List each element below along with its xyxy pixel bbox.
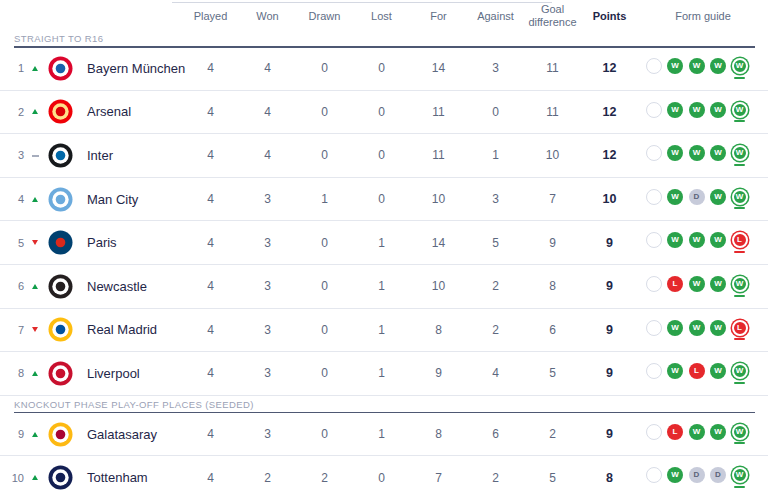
position-number: 4 [8, 193, 24, 205]
upcoming-match-icon [646, 145, 662, 161]
team-cell: 8Liverpool [0, 361, 182, 386]
latest-match-underline [713, 442, 724, 444]
stat-drawn: 0 [296, 148, 353, 162]
table-row[interactable]: 5Paris430114599WWWL [0, 221, 768, 265]
form-guide: WLWW [638, 363, 768, 384]
stat-for: 10 [410, 279, 467, 293]
latest-match-underline [670, 164, 681, 166]
team-name[interactable]: Real Madrid [87, 322, 157, 337]
form-slot-upcoming [644, 102, 663, 123]
form-result-icon: W [710, 424, 726, 440]
form-result-icon: W [710, 363, 726, 379]
team-crest-icon [48, 143, 73, 168]
latest-match-underline [648, 338, 659, 340]
latest-match-underline [734, 251, 745, 253]
form-result-l: L [666, 276, 685, 297]
table-row[interactable]: 9Galatasaray43018629LWWW [0, 413, 768, 457]
form-result-w: W [709, 320, 728, 341]
form-result-w: W [687, 320, 706, 341]
team-crest-icon [48, 274, 73, 299]
team-crest-icon [48, 317, 73, 342]
latest-match-underline [670, 77, 681, 79]
form-guide: WWWL [638, 232, 768, 253]
form-result-w: W [709, 424, 728, 445]
team-name[interactable]: Arsenal [87, 104, 131, 119]
up-arrow-icon [31, 197, 39, 202]
upcoming-match-icon [646, 467, 662, 483]
stat-drawn: 0 [296, 105, 353, 119]
position-number: 10 [8, 472, 24, 484]
stat-won: 3 [239, 366, 296, 380]
team-name[interactable]: Tottenham [87, 470, 148, 485]
stat-against: 4 [467, 366, 524, 380]
form-result-icon: W [689, 58, 705, 74]
team-name[interactable]: Man City [87, 192, 138, 207]
form-guide: WWWW [638, 58, 768, 79]
team-name[interactable]: Galatasaray [87, 427, 157, 442]
table-row[interactable]: 3Inter44001111012WWWW [0, 134, 768, 178]
latest-match-underline [691, 382, 702, 384]
form-result-icon: W [732, 424, 748, 440]
form-result-w: W [687, 58, 706, 79]
stat-goal-difference: 7 [524, 192, 581, 206]
table-row[interactable]: 4Man City4310103710WDWW [0, 178, 768, 222]
form-result-w: W [709, 102, 728, 123]
stat-lost: 1 [353, 323, 410, 337]
form-result-w: W [666, 145, 685, 166]
upcoming-match-icon [646, 320, 662, 336]
table-row[interactable]: 2Arsenal44001101112WWWW [0, 91, 768, 135]
team-name[interactable]: Liverpool [87, 366, 140, 381]
stat-lost: 0 [353, 148, 410, 162]
latest-match-underline [691, 207, 702, 209]
form-guide: LWWW [638, 276, 768, 297]
cropped-top-divider [172, 2, 552, 3]
table-row[interactable]: 1Bayern München44001431112WWWW [0, 47, 768, 91]
latest-match-underline [691, 338, 702, 340]
standings-page: { "colors": { "text_dark": "#1f2749", "t… [0, 0, 768, 499]
stat-played: 4 [182, 192, 239, 206]
position-number: 6 [8, 280, 24, 292]
form-result-w: W [709, 363, 728, 384]
form-result-icon: W [689, 424, 705, 440]
team-name[interactable]: Newcastle [87, 279, 147, 294]
team-cell: 10Tottenham [0, 465, 182, 490]
team-name[interactable]: Paris [87, 235, 117, 250]
stat-against: 2 [467, 323, 524, 337]
column-header-lost: Lost [353, 10, 410, 23]
table-row[interactable]: 7Real Madrid43018269WWWL [0, 309, 768, 353]
stat-drawn: 0 [296, 323, 353, 337]
team-crest-icon [48, 465, 73, 490]
table-row[interactable]: 8Liverpool43019459WLWW [0, 352, 768, 396]
latest-match-underline [691, 251, 702, 253]
latest-match-underline [691, 442, 702, 444]
form-result-icon: W [710, 320, 726, 336]
latest-match-underline [670, 442, 681, 444]
stat-for: 14 [410, 236, 467, 250]
stat-goal-difference: 9 [524, 236, 581, 250]
team-name[interactable]: Inter [87, 148, 113, 163]
table-row[interactable]: 10Tottenham42207258WDDW [0, 456, 768, 499]
form-result-icon: D [689, 467, 705, 483]
stat-lost: 0 [353, 192, 410, 206]
latest-match-underline [670, 338, 681, 340]
column-header-points: Points [581, 10, 638, 23]
position-number: 3 [8, 149, 24, 161]
down-arrow-icon [31, 240, 39, 245]
stat-drawn: 2 [296, 471, 353, 485]
stat-against: 2 [467, 471, 524, 485]
form-result-w: W [666, 467, 685, 488]
form-result-icon: L [689, 363, 705, 379]
stat-lost: 1 [353, 427, 410, 441]
latest-match-underline [691, 295, 702, 297]
latest-match-underline [734, 207, 745, 209]
form-guide: WDWW [638, 189, 768, 210]
latest-match-underline [713, 207, 724, 209]
stat-played: 4 [182, 236, 239, 250]
table-row[interactable]: 6Newcastle430110289LWWW [0, 265, 768, 309]
latest-match-underline [713, 486, 724, 488]
form-result-icon: L [732, 232, 748, 248]
form-result-icon: W [732, 467, 748, 483]
team-name[interactable]: Bayern München [87, 61, 185, 76]
stat-lost: 1 [353, 236, 410, 250]
latest-match-underline [713, 338, 724, 340]
